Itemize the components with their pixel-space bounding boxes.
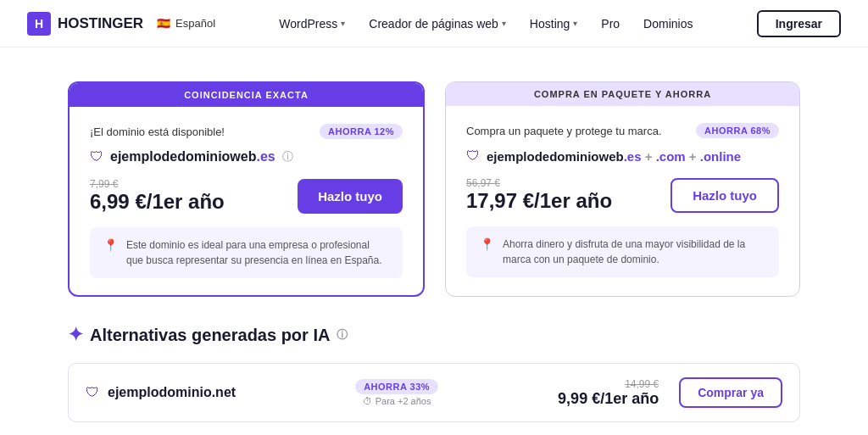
exact-match-card: COINCIDENCIA EXACTA ¡El dominio está dis… [68,81,425,297]
login-button[interactable]: Ingresar [757,10,841,37]
nav-label-domains: Dominios [643,17,693,31]
navbar-right: Ingresar [757,10,841,37]
clock-icon: ⏱ [363,396,372,406]
logo-link[interactable]: H HOSTINGER [27,12,143,36]
exact-available-text: ¡El dominio está disponible! [90,125,225,138]
shield-icon: 🛡 [90,149,103,165]
pin-icon: 📍 [103,238,118,252]
bundle-card: COMPRA EN PAQUETE Y AHORRA Compra un paq… [445,81,800,297]
alt-domain-0: ejemplodominio.net [108,385,236,400]
alt-right-0: 14,99 € 9,99 €/1er año Comprar ya [558,377,782,408]
exact-buy-button[interactable]: Hazlo tuyo [298,179,403,214]
bundle-card-top-row: Compra un paquete y protege tu marca. AH… [466,123,779,138]
alt-middle-0: AHORRA 33% ⏱ Para +2 años [355,379,438,406]
ai-title-text: Alternativas generadas por IA [90,326,330,345]
bundle-save-badge: AHORRA 68% [696,123,779,138]
bundle-new-price: 17,97 €/1er año [466,189,612,213]
bundle-domain-name: ejemplodedominioweb.es + .com + .online [487,149,741,164]
nav-item-wordpress[interactable]: WordPress ▾ [269,12,355,36]
chevron-down-icon: ▾ [341,19,345,28]
bundle-available-text: Compra un paquete y protege tu marca. [466,125,662,137]
main-content: COINCIDENCIA EXACTA ¡El dominio está dis… [0,47,868,435]
bundle-pricing-left: 56,97 € 17,97 €/1er año [466,177,612,213]
alt-badge-0: AHORRA 33% [355,379,438,394]
nav-item-hosting[interactable]: Hosting ▾ [520,12,587,36]
alt-buy-button-0[interactable]: Comprar ya [679,377,782,408]
alt-clock-text-0: Para +2 años [376,396,431,406]
lang-flag: 🇪🇸 [157,17,170,30]
logo-text: HOSTINGER [58,15,143,32]
logo-icon: H [27,12,51,36]
exact-domain-ext: .es [256,149,275,164]
info-icon[interactable]: ⓘ [282,149,293,165]
exact-card-body: ¡El dominio está disponible! AHORRA 12% … [70,107,423,295]
exact-info-box: 📍 Este dominio es ideal para una empresa… [90,227,403,278]
exact-card-header: COINCIDENCIA EXACTA [70,83,423,107]
shield-icon: 🛡 [86,385,99,400]
bundle-ext2: .com [656,149,686,164]
alt-old-price-0: 14,99 € [558,378,659,390]
exact-pricing-left: 7,99 € 6,99 €/1er año [90,178,225,214]
alt-clock-0: ⏱ Para +2 años [363,396,431,406]
navbar-left: H HOSTINGER 🇪🇸 Español [27,12,215,36]
nav-label-hosting: Hosting [530,17,570,31]
bundle-old-price: 56,97 € [466,177,612,189]
shield-icon: 🛡 [466,148,480,164]
exact-domain-row: 🛡 ejemplodedominioweb.es ⓘ [90,149,403,165]
exact-info-text: Este dominio es ideal para una empresa o… [126,237,389,268]
sparkle-icon: ✦ [68,324,83,346]
ai-alternatives-section: ✦ Alternativas generadas por IA ⓘ 🛡 ejem… [68,324,800,422]
bundle-ext3: .online [700,149,741,164]
exact-card-top-row: ¡El dominio está disponible! AHORRA 12% [90,124,403,139]
info-icon[interactable]: ⓘ [337,327,348,343]
bundle-info-box: 📍 Ahorra dinero y disfruta de una mayor … [466,226,779,277]
bundle-pricing-row: 56,97 € 17,97 €/1er año Hazlo tuyo [466,177,779,213]
navbar: H HOSTINGER 🇪🇸 Español WordPress ▾ Cread… [0,0,868,47]
chevron-down-icon: ▾ [502,19,506,28]
exact-new-price: 6,99 €/1er año [90,190,225,214]
nav-label-page-creator: Creador de páginas web [369,17,498,31]
lang-label: Español [175,17,215,30]
ai-section-title: ✦ Alternativas generadas por IA ⓘ [68,324,800,346]
exact-domain-base: ejemplodedominioweb [110,149,256,164]
bundle-plus1: + [642,149,656,164]
bundle-plus2: + [686,149,700,164]
exact-save-badge: AHORRA 12% [320,124,403,139]
exact-domain-name: ejemplodedominioweb.es [110,149,275,165]
alt-pricing-0: 14,99 € 9,99 €/1er año [558,378,659,408]
nav-item-page-creator[interactable]: Creador de páginas web ▾ [359,12,516,36]
nav-item-pro[interactable]: Pro [591,12,630,36]
exact-old-price: 7,99 € [90,178,225,190]
language-selector[interactable]: 🇪🇸 Español [157,17,215,30]
bundle-card-header: COMPRA EN PAQUETE Y AHORRA [446,82,799,106]
bundle-domain-base: ejemplodedominioweb [487,149,624,164]
bundle-buy-button[interactable]: Hazlo tuyo [670,178,779,213]
exact-pricing-row: 7,99 € 6,99 €/1er año Hazlo tuyo [90,178,403,214]
nav-item-domains[interactable]: Dominios [633,12,703,36]
bundle-card-body: Compra un paquete y protege tu marca. AH… [446,106,799,294]
alt-left-0: 🛡 ejemplodominio.net [86,385,236,400]
bundle-ext1: .es [624,149,642,164]
alt-new-price-0: 9,99 €/1er año [558,390,659,408]
bundle-domain-row: 🛡 ejemplodedominioweb.es + .com + .onlin… [466,148,779,164]
nav-label-wordpress: WordPress [279,17,337,31]
pin-icon: 📍 [480,237,494,251]
alt-item-0: 🛡 ejemplodominio.net AHORRA 33% ⏱ Para +… [68,363,800,422]
navbar-nav: WordPress ▾ Creador de páginas web ▾ Hos… [269,12,703,36]
nav-label-pro: Pro [601,17,620,31]
bundle-info-text: Ahorra dinero y disfruta de una mayor vi… [503,237,765,267]
cards-row: COINCIDENCIA EXACTA ¡El dominio está dis… [68,81,800,297]
chevron-down-icon: ▾ [573,19,577,28]
